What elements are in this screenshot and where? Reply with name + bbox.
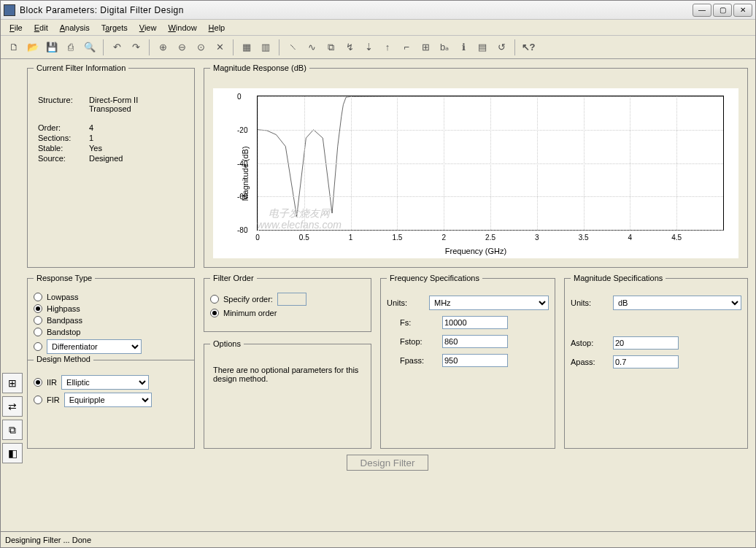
open-icon[interactable]: 📂 — [24, 39, 42, 56]
freq-spec-panel: Frequency Specifications Units: MHz Fs: … — [380, 274, 555, 449]
label-fir: FIR — [47, 395, 60, 404]
mag-units-select[interactable]: dB — [613, 296, 741, 310]
statusbar: Designing Filter ... Done — [1, 531, 755, 547]
info-icon[interactable]: ℹ — [455, 39, 472, 56]
magphase-icon[interactable]: ⧉ — [322, 39, 339, 56]
menu-help[interactable]: Help — [204, 22, 230, 34]
mag-resp-icon[interactable]: ⟍ — [284, 39, 301, 56]
mag-spec-panel: Magnitude Specifications Units: dB Astop… — [564, 274, 748, 449]
impulse-icon[interactable]: ↑ — [379, 39, 396, 56]
radio-fir[interactable] — [34, 395, 42, 404]
radio-minimum-order[interactable] — [210, 309, 219, 317]
response-type-panel: Response Type Lowpass Highpass Bandpass … — [27, 274, 195, 449]
label-bandpass: Bandpass — [47, 316, 82, 325]
radio-highpass[interactable] — [34, 304, 42, 313]
options-panel: Options There are no optional parameters… — [204, 339, 371, 449]
maximize-button[interactable]: ▢ — [713, 4, 732, 17]
close-button[interactable]: ✕ — [733, 4, 752, 17]
side-icon-3[interactable]: ⧉ — [2, 420, 23, 440]
full-view-icon[interactable]: ▥ — [257, 39, 274, 56]
current-filter-info-panel: Current Filter Information Structure:Dir… — [27, 63, 195, 268]
radio-iir[interactable] — [34, 378, 42, 387]
fs-input[interactable] — [442, 316, 508, 329]
side-icon-2[interactable]: ⇄ — [2, 396, 23, 417]
step-icon[interactable]: ⌐ — [398, 39, 415, 56]
design-method-legend: Design Method — [34, 355, 93, 363]
structure-label: Structure: — [38, 96, 89, 113]
fstop-label: Fstop: — [400, 337, 435, 346]
filter-order-panel: Filter Order Specify order: Minimum orde… — [204, 274, 371, 332]
stable-label: Stable: — [38, 144, 89, 153]
round-icon[interactable]: ↺ — [493, 39, 510, 56]
coeffs-icon[interactable]: bₐ — [436, 39, 453, 56]
radio-bandpass[interactable] — [34, 316, 42, 325]
print-icon[interactable]: ⎙ — [62, 39, 80, 56]
current-filter-info-legend: Current Filter Information — [34, 63, 128, 72]
label-specify-order: Specify order: — [223, 295, 273, 304]
apass-input[interactable] — [613, 355, 679, 368]
units-label: Units: — [387, 298, 422, 307]
mag-spec-legend: Magnitude Specifications — [571, 274, 666, 282]
structure-value: Direct-Form IITransposed — [89, 96, 138, 113]
menu-targets[interactable]: Targets — [97, 22, 132, 34]
menu-file[interactable]: File — [5, 22, 27, 34]
print-preview-icon[interactable]: 🔍 — [81, 39, 99, 56]
plot-area: Magnitude (dB) Frequency (GHz) 00.511.52… — [213, 88, 738, 258]
magnitude-response-legend: Magnitude Response (dB) — [210, 63, 309, 72]
source-label: Source: — [38, 154, 89, 163]
save-icon[interactable]: 💾 — [43, 39, 61, 56]
minimize-button[interactable]: — — [693, 4, 711, 17]
radio-lowpass[interactable] — [34, 293, 42, 301]
astop-input[interactable] — [613, 336, 679, 350]
menubar: File Edit Analysis Targets View Window H… — [1, 20, 755, 36]
side-toolbar: ⊞ ⇄ ⧉ ◧ — [2, 373, 23, 463]
menu-view[interactable]: View — [135, 22, 161, 34]
menu-window[interactable]: Window — [163, 22, 201, 34]
freq-units-select[interactable]: MHz — [429, 296, 549, 310]
fir-select[interactable]: Equiripple — [64, 393, 152, 407]
sections-label: Sections: — [38, 134, 89, 142]
apass-label: Apass: — [571, 358, 606, 366]
titlebar: Block Parameters: Digital Filter Design … — [1, 1, 755, 20]
order-label: Order: — [38, 123, 89, 132]
diff-select[interactable]: Differentiator — [47, 339, 142, 354]
iir-select[interactable]: Elliptic — [61, 375, 149, 390]
phasedelay-icon[interactable]: ⇣ — [360, 39, 377, 56]
help-icon[interactable]: ↖? — [520, 39, 537, 56]
groupdelay-icon[interactable]: ↯ — [341, 39, 358, 56]
polezero-icon[interactable]: ⊞ — [417, 39, 434, 56]
fs-label: Fs: — [400, 318, 435, 327]
radio-diff[interactable] — [34, 342, 42, 351]
status-text: Designing Filter ... Done — [5, 536, 91, 544]
chart-xlabel: Frequency (GHz) — [213, 247, 738, 255]
radio-specify-order[interactable] — [210, 295, 219, 304]
zoom-in-icon[interactable]: ⊕ — [154, 39, 171, 56]
new-icon[interactable]: 🗋 — [5, 39, 23, 56]
side-icon-1[interactable]: ⊞ — [2, 373, 23, 393]
fstop-input[interactable] — [442, 335, 508, 348]
label-highpass: Highpass — [47, 304, 80, 313]
fpass-input[interactable] — [442, 354, 508, 367]
menu-edit[interactable]: Edit — [30, 22, 53, 34]
options-text: There are no optional parameters for thi… — [210, 355, 365, 393]
radio-bandstop[interactable] — [34, 328, 42, 336]
redo-icon[interactable]: ↷ — [127, 39, 144, 56]
zoom-out-icon[interactable]: ⊖ — [173, 39, 190, 56]
astop-label: Astop: — [571, 339, 606, 347]
design-filter-button[interactable]: Design Filter — [347, 455, 429, 471]
toolbar: 🗋 📂 💾 ⎙ 🔍 ↶ ↷ ⊕ ⊖ ⊙ ✕ ▦ ▥ ⟍ ∿ ⧉ ↯ ⇣ ↑ ⌐ … — [1, 36, 755, 59]
label-lowpass: Lowpass — [47, 293, 78, 301]
zoom-fit-icon[interactable]: ⊙ — [192, 39, 209, 56]
menu-analysis[interactable]: Analysis — [55, 22, 94, 34]
mag-units-label: Units: — [571, 298, 606, 307]
specify-order-input — [277, 293, 306, 306]
label-iir: IIR — [47, 378, 57, 387]
stable-value: Yes — [89, 144, 102, 153]
zoom-xy-icon[interactable]: ✕ — [211, 39, 228, 56]
undo-icon[interactable]: ↶ — [108, 39, 126, 56]
spec-icon[interactable]: ▤ — [474, 39, 491, 56]
side-icon-4[interactable]: ◧ — [2, 443, 23, 463]
filter-realize-icon[interactable]: ▦ — [238, 39, 255, 56]
phase-resp-icon[interactable]: ∿ — [303, 39, 320, 56]
response-type-legend: Response Type — [34, 274, 95, 282]
